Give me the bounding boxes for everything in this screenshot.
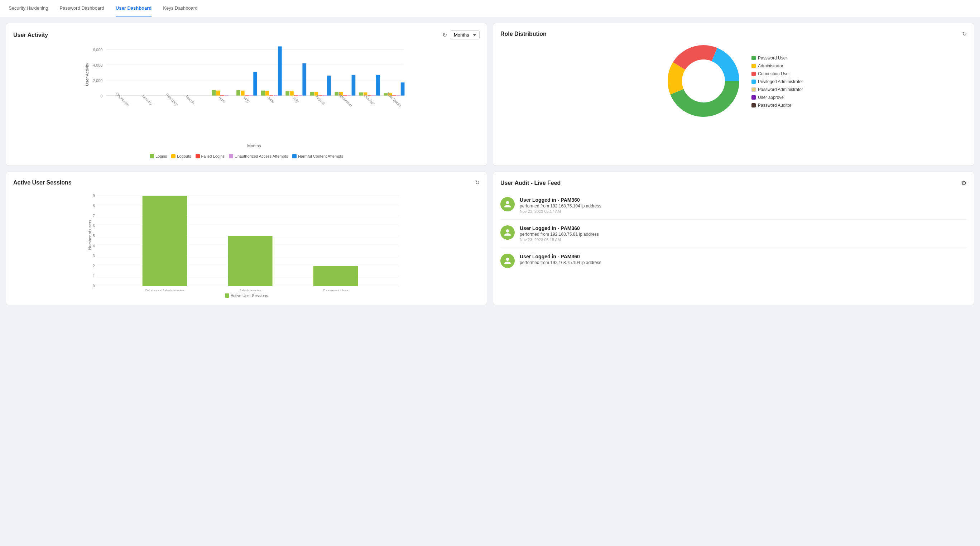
sessions-header: Active User Sessions ↻	[13, 179, 480, 186]
svg-text:2,000: 2,000	[93, 78, 102, 83]
live-feed-header: User Audit - Live Feed ⚙	[500, 179, 967, 187]
feed-time-2: Nov 23, 2023 05:15 AM	[520, 237, 967, 242]
legend-logins: Logins	[150, 154, 167, 158]
role-legend-administrator: Administrator	[751, 64, 803, 68]
legend-failed-logins: Failed Logins	[196, 154, 224, 158]
svg-text:April: April	[218, 95, 226, 104]
svg-rect-42	[347, 95, 352, 96]
svg-rect-30	[298, 95, 302, 96]
svg-rect-12	[224, 95, 229, 96]
svg-text:User Activity: User Activity	[84, 63, 89, 86]
role-legend-password-auditor: Password Auditor	[751, 103, 803, 108]
role-legend-password-user: Password User	[751, 56, 803, 60]
svg-text:Number of users: Number of users	[88, 220, 92, 250]
user-activity-refresh-icon[interactable]: ↻	[442, 32, 447, 38]
feed-content-2: User Logged in - PAM360 performed from 1…	[520, 225, 967, 242]
role-legend-privileged-admin: Privileged Administrator	[751, 79, 803, 84]
svg-text:September: September	[337, 91, 353, 108]
feed-avatar-2	[500, 225, 515, 240]
svg-text:3: 3	[93, 254, 95, 258]
svg-rect-24	[274, 95, 278, 96]
user-activity-controls: ↻ Months	[442, 30, 480, 40]
svg-text:5: 5	[93, 234, 95, 238]
svg-rect-28	[290, 91, 294, 96]
user-activity-header: User Activity ↻ Months	[13, 30, 480, 40]
svg-text:9: 9	[93, 194, 95, 198]
user-activity-legend: Logins Logouts Failed Logins Unauthorize…	[13, 154, 480, 158]
feed-time-1: Nov 23, 2023 05:17 AM	[520, 209, 967, 213]
sessions-color	[225, 293, 229, 298]
svg-text:Months: Months	[247, 143, 261, 148]
nav-keys-dashboard[interactable]: Keys Dashboard	[163, 0, 197, 16]
live-feed-list: User Logged in - PAM360 performed from 1…	[500, 191, 967, 274]
svg-rect-33	[310, 92, 314, 96]
svg-rect-18	[249, 95, 253, 96]
svg-rect-16	[241, 91, 245, 96]
failed-color	[196, 154, 200, 158]
role-dist-refresh-icon[interactable]: ↻	[962, 30, 967, 37]
sessions-title: Active User Sessions	[13, 180, 72, 186]
svg-text:December: December	[115, 92, 131, 107]
logouts-color	[171, 154, 175, 158]
feed-sub-1: performed from 192.168.75.104 ip address	[520, 204, 967, 209]
sessions-svg: 9 8 7 6 5 4 3 2 1 0	[13, 190, 480, 291]
sessions-chart: 9 8 7 6 5 4 3 2 1 0	[13, 190, 480, 291]
svg-rect-91	[143, 196, 187, 286]
main-grid: User Activity ↻ Months 6,000 4,000 2,000…	[0, 17, 980, 311]
svg-text:6: 6	[93, 224, 95, 228]
svg-rect-55	[401, 83, 405, 95]
role-dist-content: Password User Administrator Connection U…	[500, 41, 967, 121]
months-dropdown[interactable]: Months	[450, 30, 480, 40]
nav-user-dashboard[interactable]: User Dashboard	[116, 0, 151, 16]
harmful-color	[292, 154, 297, 158]
svg-text:1: 1	[93, 274, 95, 278]
svg-rect-25	[278, 46, 282, 96]
role-legend: Password User Administrator Connection U…	[751, 56, 803, 108]
live-feed-gear-icon[interactable]: ⚙	[961, 179, 967, 187]
svg-text:7: 7	[93, 214, 95, 218]
feed-item-3: User Logged in - PAM360 performed from 1…	[500, 248, 967, 274]
svg-text:March: March	[185, 94, 196, 105]
legend-logouts: Logouts	[171, 154, 191, 158]
feed-title-1: User Logged in - PAM360	[520, 197, 967, 203]
nav-password-dashboard[interactable]: Password Dashboard	[60, 0, 104, 16]
svg-rect-95	[313, 266, 358, 286]
live-feed-title: User Audit - Live Feed	[500, 180, 560, 186]
svg-rect-15	[236, 90, 240, 96]
sessions-legend-item: Active User Sessions	[225, 293, 268, 298]
sessions-refresh-icon[interactable]: ↻	[475, 179, 480, 186]
user-activity-title: User Activity	[13, 32, 48, 38]
svg-text:0: 0	[93, 284, 95, 288]
role-legend-user-approve: User approve	[751, 95, 803, 100]
svg-text:6,000: 6,000	[93, 48, 102, 52]
feed-item-2: User Logged in - PAM360 performed from 1…	[500, 220, 967, 248]
svg-rect-54	[396, 95, 401, 96]
svg-text:Privileged Administrator: Privileged Administrator	[145, 289, 184, 291]
svg-text:October: October	[363, 93, 376, 106]
feed-sub-3: performed from 192.168.75.104 ip address	[520, 260, 967, 265]
navigation: Security Hardening Password Dashboard Us…	[0, 0, 980, 17]
svg-rect-19	[253, 72, 257, 95]
svg-text:Password User: Password User	[323, 289, 348, 291]
svg-rect-21	[261, 91, 265, 96]
role-legend-connection-user: Connection User	[751, 71, 803, 76]
svg-text:0: 0	[100, 94, 102, 98]
feed-item-1: User Logged in - PAM360 performed from 1…	[500, 191, 967, 220]
feed-title-2: User Logged in - PAM360	[520, 225, 967, 231]
svg-text:May: May	[242, 95, 251, 103]
feed-title-3: User Logged in - PAM360	[520, 254, 967, 259]
user-activity-svg: 6,000 4,000 2,000 0 User Activity	[13, 44, 480, 151]
svg-rect-49	[376, 75, 380, 96]
svg-text:January: January	[141, 93, 154, 106]
svg-rect-43	[352, 75, 356, 96]
role-dist-title: Role Distribution	[500, 31, 547, 37]
live-feed-panel: User Audit - Live Feed ⚙ User Logged in …	[493, 172, 974, 305]
legend-unauthorized: Unauthorized Access Attempts	[229, 154, 288, 158]
user-activity-chart: 6,000 4,000 2,000 0 User Activity	[13, 44, 480, 151]
donut-chart	[664, 41, 743, 121]
active-sessions-panel: Active User Sessions ↻ 9 8 7 6 5 4 3 2	[6, 172, 487, 305]
svg-rect-36	[323, 95, 327, 96]
nav-security-hardening[interactable]: Security Hardening	[9, 0, 48, 16]
svg-text:4: 4	[93, 244, 95, 248]
user-activity-panel: User Activity ↻ Months 6,000 4,000 2,000…	[6, 23, 487, 166]
